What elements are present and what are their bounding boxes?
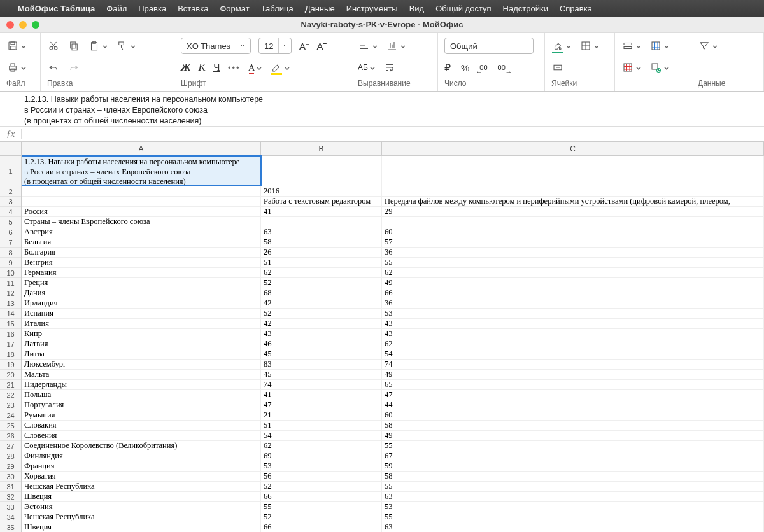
table-row[interactable]: Германия6262 <box>22 268 764 278</box>
cell[interactable]: 2016 <box>261 186 382 196</box>
decrease-font-icon[interactable]: A– <box>299 40 309 52</box>
row-header[interactable]: 7 <box>0 237 21 248</box>
cell[interactable]: 43 <box>261 329 382 339</box>
fx-icon[interactable]: ƒx <box>0 129 22 139</box>
cell[interactable]: 60 <box>382 410 764 420</box>
table-row[interactable]: Ирландия4236 <box>22 298 764 309</box>
print-button[interactable] <box>6 61 27 74</box>
row-header[interactable]: 24 <box>0 410 21 421</box>
cell[interactable]: 42 <box>261 319 382 328</box>
cell[interactable]: 83 <box>261 360 382 369</box>
cell[interactable]: 43 <box>382 319 764 328</box>
cell[interactable]: 62 <box>382 268 764 277</box>
cell[interactable]: 36 <box>382 248 764 257</box>
row-header[interactable]: 4 <box>0 207 21 217</box>
cell[interactable]: 52 <box>261 482 382 491</box>
cell[interactable]: 69 <box>261 451 382 461</box>
cell[interactable]: 21 <box>261 410 382 420</box>
row-header[interactable]: 25 <box>0 421 21 431</box>
cell[interactable]: 53 <box>382 502 764 512</box>
cell[interactable]: Эстония <box>22 502 261 512</box>
table-row[interactable]: 2016 <box>22 186 764 197</box>
cell[interactable]: Швеция <box>22 492 261 501</box>
row-header[interactable]: 29 <box>0 461 21 472</box>
row-header[interactable]: 35 <box>0 522 21 532</box>
table-row[interactable]: Чешская Республика5255 <box>22 482 764 492</box>
borders-button[interactable] <box>579 39 600 52</box>
cell[interactable]: Испания <box>22 309 261 318</box>
italic-button[interactable]: К <box>199 61 206 74</box>
v-align-button[interactable] <box>386 39 406 52</box>
cell[interactable]: 62 <box>261 268 382 277</box>
col-header-a[interactable]: A <box>22 142 261 155</box>
cell[interactable]: Передача файлов между компьютером и пери… <box>382 197 764 206</box>
cell[interactable]: 47 <box>261 400 382 410</box>
cell[interactable] <box>22 197 261 206</box>
menu-file[interactable]: Файл <box>106 4 127 13</box>
menu-insert[interactable]: Вставка <box>178 4 208 13</box>
table-row[interactable]: Греция5249 <box>22 278 764 288</box>
cell[interactable]: 62 <box>382 339 764 349</box>
cell[interactable]: 68 <box>261 288 382 298</box>
cell[interactable]: Финляндия <box>22 451 261 461</box>
merge-cells-icon[interactable] <box>551 61 564 74</box>
row-header[interactable]: 34 <box>0 512 21 522</box>
cell[interactable]: 66 <box>261 522 382 532</box>
cell[interactable] <box>261 217 382 227</box>
cell[interactable]: Словакия <box>22 421 261 430</box>
cell[interactable]: 49 <box>382 431 764 440</box>
cell[interactable] <box>382 156 764 186</box>
cell[interactable]: Португалия <box>22 400 261 410</box>
cell[interactable]: 49 <box>382 370 764 379</box>
table-row[interactable]: Нидерланды7465 <box>22 380 764 390</box>
table-row[interactable]: Люксембург8374 <box>22 360 764 370</box>
row-header[interactable]: 14 <box>0 309 21 319</box>
menu-edit[interactable]: Правка <box>138 4 166 13</box>
cell[interactable]: 43 <box>382 329 764 339</box>
increase-decimal-button[interactable]: 00→ <box>498 64 506 71</box>
paste-button[interactable] <box>88 39 108 52</box>
cell[interactable]: Мальта <box>22 370 261 379</box>
cell[interactable]: Хорватия <box>22 472 261 481</box>
table-row[interactable]: Мальта4549 <box>22 370 764 380</box>
table-row[interactable]: Чешская Республика5255 <box>22 512 764 522</box>
cell[interactable]: Франция <box>22 461 261 471</box>
row-header[interactable]: 32 <box>0 492 21 502</box>
menu-table[interactable]: Таблица <box>261 4 294 13</box>
spreadsheet-grid[interactable]: 1234567891011121314151617181920212223242… <box>0 142 764 532</box>
cell[interactable]: 53 <box>261 461 382 471</box>
table-row[interactable]: Хорватия5658 <box>22 472 764 482</box>
row-header[interactable]: 23 <box>0 400 21 410</box>
cell[interactable] <box>382 186 764 196</box>
text-orientation-button[interactable]: АБ <box>358 63 376 72</box>
row-header[interactable]: 22 <box>0 390 21 400</box>
table-row[interactable]: Дания6866 <box>22 288 764 298</box>
cell[interactable]: 29 <box>382 207 764 216</box>
copy-icon[interactable] <box>67 39 80 52</box>
cell[interactable]: Венгрия <box>22 258 261 267</box>
table-row[interactable]: Латвия4662 <box>22 339 764 349</box>
menu-addons[interactable]: Надстройки <box>503 4 548 13</box>
cell[interactable]: Швеция <box>22 522 261 532</box>
number-format-combo[interactable]: Общий <box>444 38 534 54</box>
row-header[interactable]: 31 <box>0 482 21 492</box>
cut-icon[interactable] <box>47 39 60 52</box>
cell[interactable]: Литва <box>22 349 261 359</box>
cell[interactable]: 55 <box>382 512 764 522</box>
cell[interactable]: 41 <box>261 207 382 216</box>
table-row[interactable]: Бельгия5857 <box>22 237 764 248</box>
cell[interactable]: Чешская Республика <box>22 482 261 491</box>
table-row[interactable]: Франция5359 <box>22 461 764 472</box>
cell[interactable]: Ирландия <box>22 298 261 308</box>
cell[interactable]: 41 <box>261 390 382 400</box>
cell[interactable]: Италия <box>22 319 261 328</box>
table-row[interactable]: Россия4129 <box>22 207 764 217</box>
row-header[interactable]: 17 <box>0 339 21 349</box>
table-row[interactable]: Австрия6360 <box>22 227 764 237</box>
cell[interactable]: Кипр <box>22 329 261 339</box>
row-header[interactable]: 16 <box>0 329 21 339</box>
cell[interactable] <box>22 186 261 196</box>
redo-icon[interactable] <box>67 61 80 74</box>
row-header[interactable]: 8 <box>0 248 21 258</box>
cell[interactable]: Страны – члены Европейского союза <box>22 217 261 227</box>
